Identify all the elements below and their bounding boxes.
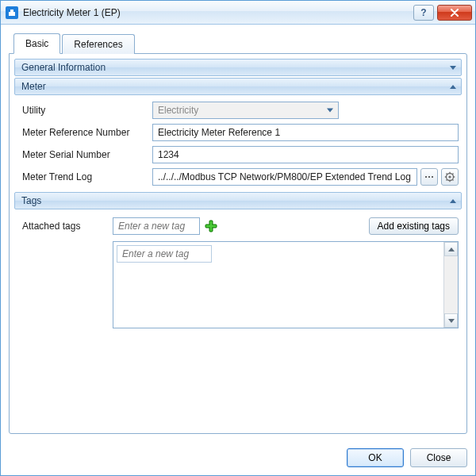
tab-basic-label: Basic — [25, 38, 48, 49]
label-utility: Utility — [22, 105, 149, 116]
close-window-button[interactable] — [437, 5, 472, 21]
section-meter-body: Utility Electricity Meter Reference Numb… — [14, 97, 462, 190]
tab-references-label: References — [74, 39, 122, 50]
help-button[interactable]: ? — [413, 5, 434, 21]
settings-button[interactable] — [441, 168, 459, 186]
meter-ref-num-input[interactable] — [152, 124, 459, 141]
section-meter-title: Meter — [21, 81, 450, 92]
add-tag-button[interactable] — [205, 220, 217, 232]
tab-basic[interactable]: Basic — [13, 33, 60, 54]
client-area: Basic References General Information Met… — [1, 25, 475, 440]
meter-trend-input[interactable] — [152, 168, 417, 186]
svg-rect-15 — [206, 225, 216, 227]
chevron-up-icon — [448, 248, 455, 251]
chevron-down-icon — [450, 66, 456, 70]
label-meter-trend: Meter Trend Log — [22, 171, 149, 182]
section-general-title: General Information — [21, 62, 450, 73]
close-icon — [450, 9, 459, 17]
section-tags-body: Attached tags Add — [14, 211, 462, 332]
ok-button[interactable]: OK — [347, 448, 404, 467]
scroll-up-button[interactable] — [444, 242, 458, 256]
section-tags-header[interactable]: Tags — [14, 192, 462, 209]
scroll-track[interactable] — [444, 256, 458, 313]
svg-rect-1 — [10, 10, 13, 12]
dialog-window: Electricity Meter 1 (EP) ? Basic Referen… — [0, 0, 476, 476]
tag-list-inline-input[interactable] — [117, 245, 212, 263]
tabpanel-basic: General Information Meter Utility Electr… — [9, 53, 467, 434]
chevron-down-icon — [448, 319, 455, 323]
field-utility-wrap: Electricity — [152, 102, 459, 119]
tab-references[interactable]: References — [62, 34, 134, 54]
utility-value: Electricity — [158, 105, 198, 116]
new-tag-input[interactable] — [113, 217, 200, 235]
meter-trend-row — [152, 168, 459, 186]
close-button[interactable]: Close — [410, 448, 467, 467]
tag-list-container — [113, 241, 459, 328]
chevron-up-icon — [450, 199, 456, 203]
svg-line-10 — [452, 174, 453, 175]
svg-line-9 — [452, 179, 453, 180]
plus-icon — [205, 220, 217, 232]
help-icon: ? — [420, 7, 426, 18]
utility-combobox[interactable]: Electricity — [152, 102, 339, 119]
svg-line-8 — [447, 174, 447, 175]
dialog-footer: OK Close — [1, 440, 475, 475]
chevron-down-icon — [327, 109, 333, 113]
svg-line-11 — [447, 179, 447, 180]
tag-entry-row: Add existing tags — [113, 217, 459, 235]
section-tags-title: Tags — [21, 195, 450, 206]
section-meter-header[interactable]: Meter — [14, 78, 462, 95]
gear-icon — [444, 171, 455, 182]
label-meter-ref-num: Meter Reference Number — [22, 127, 149, 138]
browse-button[interactable] — [420, 168, 438, 186]
tabstrip: Basic References — [9, 33, 467, 53]
add-existing-tags-button[interactable]: Add existing tags — [369, 217, 459, 235]
tags-right-col: Add existing tags — [113, 217, 459, 328]
label-attached-tags: Attached tags — [22, 217, 109, 232]
chevron-up-icon — [450, 85, 456, 89]
svg-rect-0 — [9, 12, 15, 16]
section-general-header[interactable]: General Information — [14, 59, 462, 76]
titlebar[interactable]: Electricity Meter 1 (EP) ? — [1, 1, 475, 25]
tag-list[interactable] — [113, 242, 443, 328]
label-meter-serial: Meter Serial Number — [22, 149, 149, 160]
ellipsis-icon — [425, 176, 433, 178]
window-title: Electricity Meter 1 (EP) — [23, 7, 121, 18]
scroll-down-button[interactable] — [444, 313, 458, 328]
meter-serial-input[interactable] — [152, 146, 459, 163]
gap — [113, 235, 459, 241]
app-icon — [6, 6, 18, 19]
tag-list-scrollbar[interactable] — [443, 242, 458, 328]
svg-point-3 — [448, 175, 451, 178]
